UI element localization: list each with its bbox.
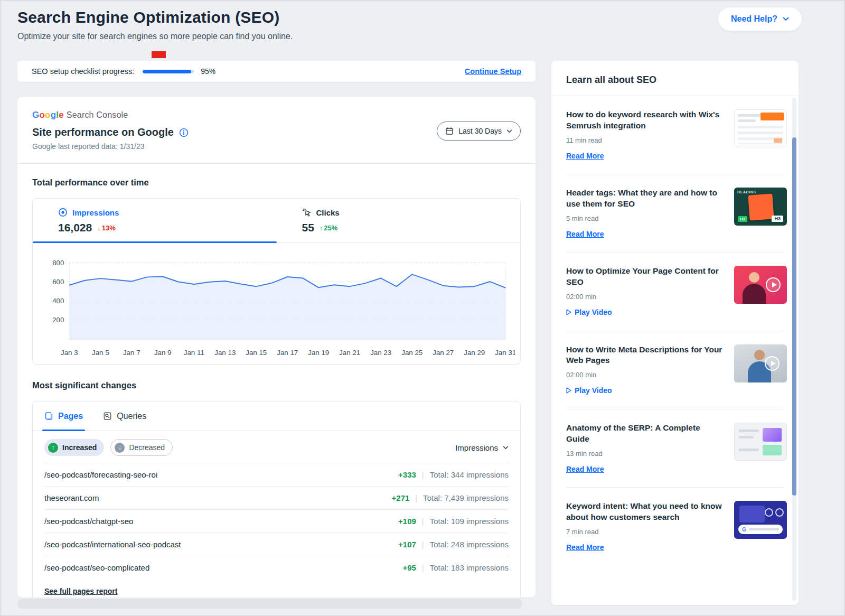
thumbnail-art [739, 436, 754, 438]
divider: | [422, 563, 424, 572]
filter-decreased-label: Decreased [129, 443, 165, 452]
need-help-button[interactable]: Need Help? [718, 7, 802, 31]
change-value: +109 [398, 517, 416, 526]
svg-text:Jan 17: Jan 17 [277, 349, 298, 357]
divider: | [422, 540, 424, 549]
sort-dropdown[interactable]: Impressions [455, 443, 509, 452]
learn-article-item: Header tags: What they are and how to us… [551, 174, 799, 252]
thumbnail-art [775, 508, 784, 517]
svg-text:Jan 11: Jan 11 [184, 349, 204, 357]
thumbnail-art [748, 193, 774, 220]
impressions-metric-tab[interactable]: Impressions 16,028 ↓13% [33, 199, 277, 242]
scrollbar-thumb[interactable] [792, 137, 796, 496]
divider [17, 163, 536, 164]
svg-text:Jan 23: Jan 23 [370, 349, 391, 357]
site-performance-card: GoogleSearch Console Site performance on… [17, 97, 536, 598]
article-thumbnail[interactable]: G [734, 501, 787, 539]
table-row: /seo-podcast/chatgpt-seo +109 | Total: 1… [44, 509, 509, 533]
svg-text:Jan 15: Jan 15 [246, 349, 267, 357]
continue-setup-link[interactable]: Continue Setup [465, 67, 521, 76]
arrow-up-icon: ↑ [320, 224, 323, 232]
read-more-link[interactable]: Read More [566, 543, 604, 552]
info-icon[interactable] [179, 128, 189, 137]
last-reported-text: Google last reported data: 1/31/23 [32, 142, 521, 151]
article-thumbnail[interactable] [734, 109, 787, 147]
google-g-icon: G [742, 527, 746, 533]
read-more-link[interactable]: Read More [566, 230, 604, 238]
date-range-label: Last 30 Days [458, 127, 502, 135]
svg-text:Jan 27: Jan 27 [433, 349, 454, 357]
decrease-icon: ↓ [115, 443, 125, 453]
chart-plot-area: 800600400200Jan 3Jan 5Jan 7Jan 9Jan 11Ja… [33, 242, 520, 364]
svg-text:800: 800 [52, 259, 64, 267]
article-meta: 13 min read [566, 450, 725, 458]
change-value: +333 [398, 470, 416, 479]
article-title: Header tags: What they are and how to us… [566, 188, 725, 210]
svg-text:400: 400 [52, 297, 64, 305]
change-value: +107 [398, 540, 416, 549]
thumbnail-art [738, 114, 762, 117]
learn-article-item: Anatomy of the SERP: A Complete Guide 13… [551, 409, 799, 487]
video-thumbnail[interactable] [734, 344, 787, 382]
thumbnail-art [754, 350, 765, 360]
divider: | [415, 493, 417, 502]
performance-section-title: Total performance over time [32, 178, 521, 188]
filter-decreased[interactable]: ↓ Decreased [110, 439, 173, 456]
video-meta: 02:00 min [566, 293, 725, 301]
page-url: /seo-podcast/seo-complicated [44, 563, 402, 572]
learn-video-item: How to Optimize Your Page Content for SE… [551, 253, 799, 331]
page-url: /seo-podcast/forecasting-seo-roi [44, 470, 398, 479]
table-row: /seo-podcast/forecasting-seo-roi +333 | … [44, 463, 509, 486]
thumbnail-art [774, 138, 782, 143]
video-title: How to Optimize Your Page Content for SE… [566, 266, 725, 288]
clicks-label: Clicks [316, 208, 340, 217]
clicks-delta: ↑25% [320, 224, 338, 232]
tab-queries[interactable]: Queries [103, 402, 146, 431]
article-thumbnail[interactable] [734, 423, 787, 461]
sort-dropdown-label: Impressions [455, 443, 498, 452]
article-meta: 11 min read [566, 136, 725, 144]
thumbnail-art [739, 506, 765, 522]
play-video-link[interactable]: Play Video [566, 308, 612, 316]
thumbnail-art: HEADING [737, 190, 756, 194]
video-thumbnail[interactable] [734, 266, 787, 304]
read-more-link[interactable]: Read More [566, 152, 604, 160]
chevron-down-icon [503, 446, 509, 450]
change-value: +95 [402, 563, 416, 572]
play-video-link[interactable]: Play Video [566, 386, 612, 395]
thumbnail-art [738, 119, 756, 122]
thumbnail-art [739, 430, 759, 432]
filter-increased-label: Increased [62, 443, 97, 452]
performance-chart-card: Impressions 16,028 ↓13% Clicks 55 ↑25% [32, 198, 521, 365]
scrollbar[interactable] [792, 98, 796, 601]
google-search-console-logo: GoogleSearch Console [32, 110, 521, 120]
svg-text:Jan 29: Jan 29 [464, 349, 485, 357]
clicks-metric-tab[interactable]: Clicks 55 ↑25% [277, 199, 521, 242]
learn-video-item: How to Write Meta Descriptions for Your … [551, 331, 799, 409]
checklist-label: SEO setup checklist progress: [32, 67, 134, 76]
tab-pages[interactable]: Pages [44, 402, 83, 431]
impressions-delta: ↓13% [97, 224, 116, 232]
queries-icon [103, 412, 112, 421]
thumbnail-art [763, 445, 782, 455]
table-row: /seo-podcast/international-seo-podcast +… [44, 533, 509, 556]
svg-text:Jan 3: Jan 3 [61, 349, 78, 357]
filter-increased[interactable]: ↑ Increased [44, 439, 104, 456]
play-button-icon [765, 356, 780, 371]
date-range-button[interactable]: Last 30 Days [437, 122, 521, 141]
article-title: Anatomy of the SERP: A Complete Guide [566, 423, 725, 445]
console-header: GoogleSearch Console Site performance on… [32, 97, 521, 164]
page-title: Search Engine Optimization (SEO) [17, 8, 293, 26]
total-impressions: Total: 248 impressions [430, 540, 509, 549]
increase-icon: ↑ [48, 443, 58, 453]
thumbnail-art [749, 528, 779, 530]
page-header: Search Engine Optimization (SEO) Optimiz… [17, 8, 293, 41]
tab-queries-label: Queries [117, 412, 146, 421]
article-meta: 7 min read [566, 528, 725, 536]
clicks-cursor-icon [302, 208, 312, 217]
thumbnail-art [739, 449, 759, 451]
article-thumbnail[interactable]: HEADING H3 H3 [734, 188, 787, 226]
divider: | [422, 517, 424, 526]
read-more-link[interactable]: Read More [566, 465, 604, 473]
see-full-pages-report-link[interactable]: See full pages report [44, 587, 117, 595]
